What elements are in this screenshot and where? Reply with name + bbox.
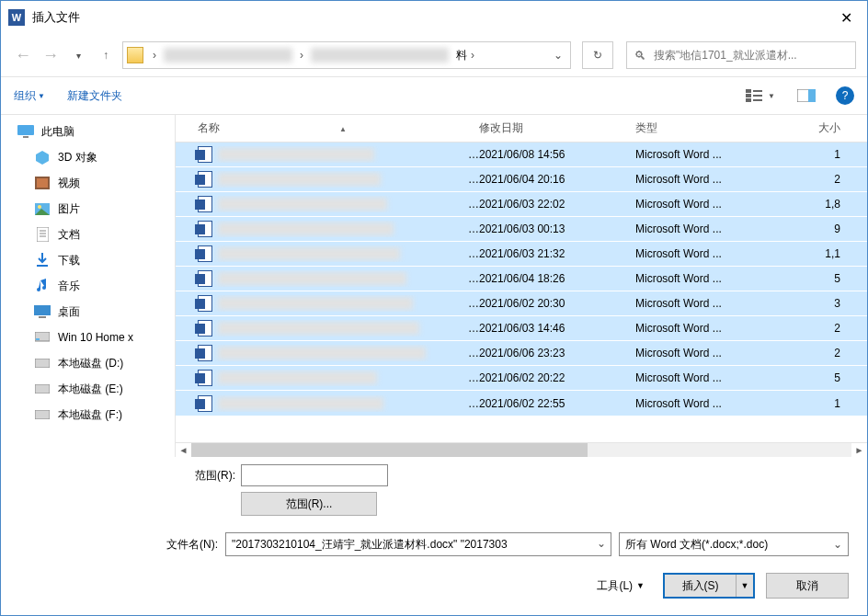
sidebar-item-win10[interactable]: Win 10 Home x	[1, 325, 175, 350]
file-name-suffix: …	[468, 148, 479, 161]
insert-button[interactable]: 插入(S)	[665, 575, 737, 597]
insert-dropdown[interactable]: ▼	[737, 575, 753, 597]
horizontal-scrollbar[interactable]: ◄ ►	[176, 442, 867, 457]
file-row[interactable]: … 2021/06/02 22:55 Microsoft Word ... 1	[176, 391, 867, 416]
app-icon-letter: W	[12, 12, 21, 23]
file-row[interactable]: … 2021/06/03 21:32 Microsoft Word ... 1,…	[176, 242, 867, 267]
svg-rect-25	[35, 359, 50, 368]
close-button[interactable]: ✕	[825, 3, 867, 32]
file-type: Microsoft Word ...	[635, 173, 790, 186]
doc-icon	[34, 226, 51, 243]
svg-rect-26	[35, 384, 50, 394]
address-bar[interactable]: › › 料 › ⌄	[122, 41, 571, 69]
file-size: 2	[790, 347, 840, 359]
word-doc-icon	[198, 395, 212, 412]
filename-dropdown[interactable]: ⌄	[597, 537, 606, 550]
file-size: 1	[790, 148, 840, 161]
tools-menu[interactable]: 工具(L) ▼	[597, 578, 645, 594]
svg-rect-1	[746, 94, 751, 97]
range-button[interactable]: 范围(R)...	[241, 492, 377, 516]
file-row[interactable]: … 2021/06/04 20:16 Microsoft Word ... 2	[176, 167, 867, 192]
sidebar-item-documents[interactable]: 文档	[1, 222, 175, 247]
refresh-icon: ↻	[593, 49, 602, 62]
file-row[interactable]: … 2021/06/03 00:13 Microsoft Word ... 9	[176, 217, 867, 242]
sidebar-this-pc[interactable]: 此电脑	[1, 119, 175, 144]
address-history-dropdown[interactable]: ⌄	[554, 49, 563, 62]
sidebar-label: 下载	[58, 253, 80, 268]
sidebar-item-drive-d[interactable]: 本地磁盘 (D:)	[1, 350, 175, 376]
file-name-suffix: …	[468, 322, 479, 335]
back-button[interactable]: ←	[12, 44, 34, 66]
sidebar-item-music[interactable]: 音乐	[1, 273, 175, 299]
file-row[interactable]: … 2021/06/03 22:02 Microsoft Word ... 1,…	[176, 192, 867, 217]
sidebar-item-3d[interactable]: 3D 对象	[1, 144, 175, 170]
file-name-blurred	[218, 247, 400, 260]
drive-icon	[34, 355, 51, 371]
sidebar-item-drive-e[interactable]: 本地磁盘 (E:)	[1, 376, 175, 402]
word-doc-icon	[198, 370, 212, 386]
disk-icon	[34, 329, 51, 346]
help-button[interactable]: ?	[836, 86, 854, 105]
column-header-size[interactable]: 大小	[790, 120, 840, 136]
scroll-left-arrow[interactable]: ◄	[176, 445, 191, 455]
path-segment[interactable]	[311, 48, 449, 63]
path-segment[interactable]	[164, 48, 292, 63]
sidebar-item-drive-f[interactable]: 本地磁盘 (F:)	[1, 402, 175, 428]
file-row[interactable]: … 2021/06/04 18:26 Microsoft Word ... 5	[176, 267, 867, 291]
svg-rect-3	[753, 90, 762, 92]
drive-icon	[34, 406, 51, 423]
file-name-blurred	[218, 322, 419, 335]
word-doc-icon	[198, 196, 212, 212]
svg-rect-16	[37, 227, 49, 242]
organize-menu[interactable]: 组织▼	[14, 88, 45, 104]
column-header-name[interactable]: 名称▲	[176, 120, 479, 136]
cancel-button[interactable]: 取消	[766, 573, 849, 599]
file-row[interactable]: … 2021/06/02 20:22 Microsoft Word ... 5	[176, 366, 867, 391]
sidebar-item-video[interactable]: 视频	[1, 170, 175, 196]
preview-pane-button[interactable]	[790, 85, 823, 107]
refresh-button[interactable]: ↻	[582, 41, 613, 69]
view-options-button[interactable]: ▼	[744, 85, 777, 107]
sidebar-label: 本地磁盘 (D:)	[58, 356, 123, 371]
filetype-filter[interactable]: 所有 Word 文档(*.docx;*.doc) ⌄	[619, 532, 849, 556]
file-date: 2021/06/04 20:16	[479, 173, 635, 186]
file-date: 2021/06/02 22:55	[479, 397, 635, 410]
column-header-date[interactable]: 修改日期	[479, 120, 635, 136]
file-type: Microsoft Word ...	[635, 371, 790, 384]
cube-icon	[34, 149, 51, 165]
recent-dropdown[interactable]: ▾	[67, 44, 89, 66]
file-date: 2021/06/02 20:22	[479, 371, 635, 384]
sidebar-item-pictures[interactable]: 图片	[1, 196, 175, 222]
sidebar-label: 本地磁盘 (F:)	[58, 407, 122, 423]
file-row[interactable]: … 2021/06/03 14:46 Microsoft Word ... 2	[176, 316, 867, 341]
range-input[interactable]	[241, 464, 388, 486]
column-header-type[interactable]: 类型	[635, 120, 790, 136]
forward-button[interactable]: →	[40, 44, 62, 66]
svg-rect-12	[37, 178, 48, 188]
scroll-right-arrow[interactable]: ►	[851, 445, 867, 455]
insert-split-button: 插入(S) ▼	[663, 573, 755, 599]
file-date: 2021/06/08 14:56	[479, 148, 635, 161]
file-row[interactable]: … 2021/06/06 23:23 Microsoft Word ... 2	[176, 341, 867, 366]
sidebar-label: 视频	[58, 176, 80, 191]
address-path: › › 料 ›	[149, 42, 550, 68]
file-size: 1	[790, 397, 840, 410]
folder-icon	[127, 47, 143, 63]
svg-rect-21	[34, 305, 51, 315]
svg-rect-5	[753, 99, 762, 101]
scroll-thumb[interactable]	[191, 443, 588, 458]
app-icon: W	[8, 9, 25, 26]
sidebar-label: 图片	[58, 201, 80, 217]
file-type: Microsoft Word ...	[635, 297, 790, 310]
sidebar-item-desktop[interactable]: 桌面	[1, 299, 175, 325]
file-row[interactable]: … 2021/06/02 20:30 Microsoft Word ... 3	[176, 291, 867, 316]
up-button[interactable]: ↑	[95, 44, 117, 66]
new-folder-button[interactable]: 新建文件夹	[67, 88, 122, 104]
search-input[interactable]: 🔍︎ 搜索"地信1701_就业派遣材...	[626, 41, 856, 69]
file-row[interactable]: … 2021/06/08 14:56 Microsoft Word ... 1	[176, 143, 867, 167]
filename-input[interactable]	[225, 532, 611, 556]
file-name-suffix: …	[468, 347, 479, 359]
titlebar: W 插入文件 ✕	[1, 1, 867, 34]
word-doc-icon	[198, 171, 212, 188]
sidebar-item-downloads[interactable]: 下载	[1, 247, 175, 273]
